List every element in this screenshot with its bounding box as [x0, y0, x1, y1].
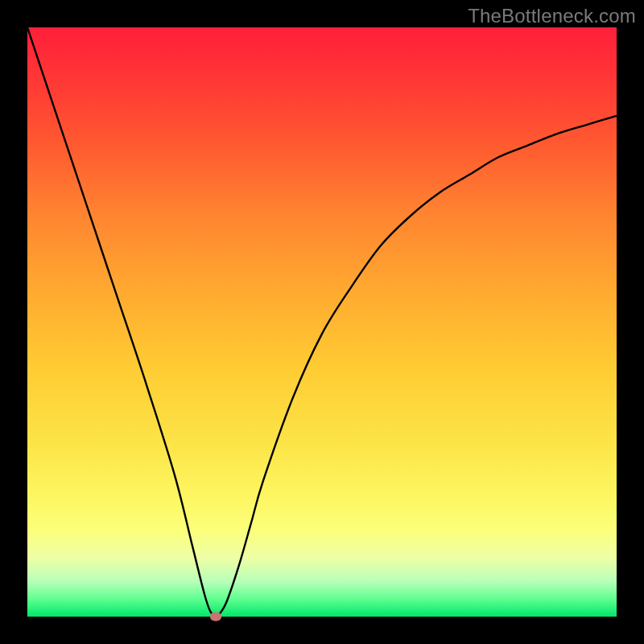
minimum-marker — [210, 613, 221, 621]
plot-area — [27, 27, 617, 617]
chart-frame: TheBottleneck.com — [0, 0, 644, 644]
bottleneck-curve — [27, 27, 617, 617]
watermark-text: TheBottleneck.com — [468, 5, 636, 27]
